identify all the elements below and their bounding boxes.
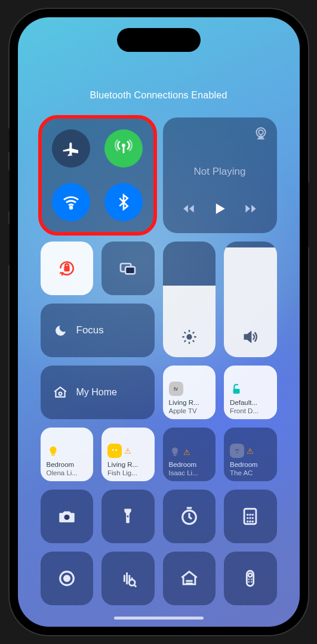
svg-point-7 bbox=[186, 334, 192, 339]
outlet-icon bbox=[230, 444, 244, 458]
svg-point-27 bbox=[247, 521, 248, 522]
house-icon bbox=[179, 568, 199, 589]
svg-point-21 bbox=[247, 513, 248, 515]
svg-point-38 bbox=[251, 581, 253, 583]
airplane-toggle[interactable] bbox=[52, 129, 90, 168]
wifi-toggle[interactable] bbox=[52, 183, 90, 221]
bluetooth-icon bbox=[114, 193, 133, 212]
camera-button[interactable] bbox=[41, 490, 94, 543]
timer-icon bbox=[179, 506, 199, 527]
device-line2: Olena Li... bbox=[47, 469, 88, 478]
svg-point-29 bbox=[252, 521, 254, 522]
svg-point-36 bbox=[251, 578, 253, 580]
status-banner: Bluetooth Connections Enabled bbox=[18, 90, 300, 101]
media-previous[interactable] bbox=[181, 201, 196, 219]
warn-icon: ⚠ bbox=[247, 447, 254, 456]
svg-rect-10 bbox=[51, 455, 55, 456]
home-label: My Home bbox=[76, 387, 117, 398]
media-next[interactable] bbox=[243, 201, 258, 219]
warn-icon: ⚠ bbox=[124, 447, 131, 456]
homekit-home-button[interactable]: My Home bbox=[41, 366, 155, 419]
focus-label: Focus bbox=[76, 324, 104, 336]
device-light-fish[interactable]: ⚠ Living R... Fish Lig... bbox=[101, 428, 155, 481]
rotation-lock-toggle[interactable] bbox=[41, 242, 94, 295]
svg-point-22 bbox=[250, 513, 251, 515]
remote-icon bbox=[240, 568, 260, 589]
connectivity-module[interactable] bbox=[41, 117, 155, 233]
cellular-toggle[interactable] bbox=[104, 129, 143, 168]
device-line1: Bedroom bbox=[230, 461, 271, 469]
volume-slider[interactable] bbox=[224, 242, 277, 357]
dynamic-island bbox=[117, 28, 201, 52]
svg-rect-15 bbox=[238, 449, 238, 451]
svg-point-34 bbox=[248, 573, 252, 577]
wifi-icon bbox=[61, 193, 81, 212]
unlock-icon bbox=[230, 383, 243, 396]
mirror-icon bbox=[118, 259, 137, 278]
svg-point-37 bbox=[248, 581, 250, 583]
svg-point-25 bbox=[250, 517, 251, 519]
device-line1: Living R... bbox=[107, 461, 149, 469]
svg-point-8 bbox=[59, 392, 61, 395]
timer-button[interactable] bbox=[163, 490, 216, 543]
device-outlet-ac[interactable]: ⚠ Bedroom The AC bbox=[224, 428, 277, 481]
moon-icon bbox=[54, 323, 68, 338]
svg-rect-9 bbox=[233, 389, 240, 394]
svg-point-35 bbox=[248, 578, 250, 580]
bluetooth-toggle[interactable] bbox=[104, 183, 143, 221]
tutorial-highlight bbox=[38, 115, 157, 236]
device-line1: Bedroom bbox=[47, 461, 88, 469]
device-line2: The AC bbox=[230, 469, 271, 478]
shazam-button[interactable] bbox=[101, 552, 155, 605]
svg-point-18 bbox=[127, 516, 129, 518]
airplay-icon[interactable] bbox=[253, 126, 269, 141]
brightness-slider[interactable] bbox=[163, 242, 216, 357]
rotation-lock-icon bbox=[57, 259, 76, 278]
screen-record-button[interactable] bbox=[41, 552, 94, 605]
svg-point-16 bbox=[236, 452, 238, 453]
remote-button[interactable] bbox=[224, 552, 277, 605]
media-title: Not Playing bbox=[171, 166, 269, 178]
svg-point-12 bbox=[115, 450, 117, 451]
svg-point-24 bbox=[247, 517, 248, 519]
calculator-button[interactable] bbox=[224, 490, 277, 543]
home-app-button[interactable] bbox=[163, 552, 216, 605]
device-line2: Fish Lig... bbox=[107, 469, 149, 478]
sun-icon bbox=[181, 329, 198, 348]
svg-point-31 bbox=[64, 575, 69, 581]
device-line1: Bedroom bbox=[169, 461, 210, 469]
device-tv-living[interactable]: tv Living R... Apple TV bbox=[163, 366, 216, 419]
svg-point-1 bbox=[70, 206, 72, 209]
svg-point-32 bbox=[129, 580, 135, 586]
svg-rect-13 bbox=[173, 455, 176, 456]
focus-toggle[interactable]: Focus bbox=[41, 304, 155, 357]
appletv-icon: tv bbox=[169, 382, 183, 396]
svg-point-11 bbox=[112, 450, 114, 451]
phone-frame: Bluetooth Connections Enabled bbox=[10, 9, 308, 635]
side-power-button bbox=[308, 182, 310, 247]
device-light-olena[interactable]: Bedroom Olena Li... bbox=[41, 428, 94, 481]
svg-point-0 bbox=[123, 144, 125, 146]
device-lock-front[interactable]: Default... Front D... bbox=[224, 366, 277, 419]
sound-search-icon bbox=[118, 568, 138, 589]
media-play[interactable] bbox=[211, 200, 229, 220]
flashlight-button[interactable] bbox=[101, 490, 155, 543]
airplane-icon bbox=[61, 139, 81, 158]
svg-point-26 bbox=[252, 517, 254, 519]
flashlight-icon bbox=[118, 506, 138, 527]
ringer-switch bbox=[7, 128, 10, 152]
media-module[interactable]: Not Playing bbox=[163, 117, 277, 233]
device-line1: Living R... bbox=[169, 399, 210, 407]
bulb-icon bbox=[47, 445, 60, 458]
device-light-isaac[interactable]: ⚠ Bedroom Isaac Li... bbox=[163, 428, 216, 481]
home-indicator[interactable] bbox=[114, 617, 204, 620]
svg-rect-6 bbox=[125, 267, 135, 274]
svg-point-28 bbox=[250, 521, 251, 522]
svg-rect-14 bbox=[236, 449, 236, 451]
bulb-icon bbox=[169, 446, 181, 458]
svg-point-3 bbox=[258, 130, 263, 135]
record-icon bbox=[57, 568, 77, 589]
speaker-icon bbox=[242, 329, 258, 348]
control-center: Bluetooth Connections Enabled bbox=[18, 17, 300, 627]
screen-mirroring-button[interactable] bbox=[101, 242, 155, 295]
